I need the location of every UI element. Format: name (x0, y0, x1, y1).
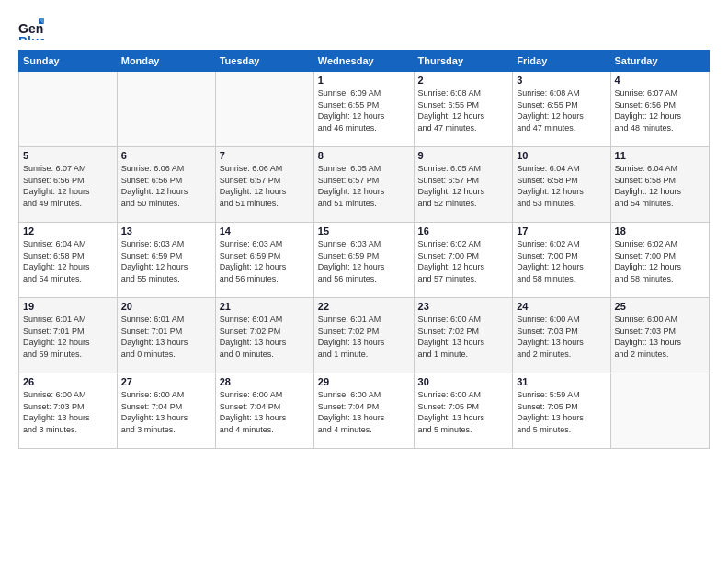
day-number: 5 (23, 150, 113, 161)
page-header: General Blue (18, 15, 710, 40)
calendar-cell: 17Sunrise: 6:02 AM Sunset: 7:00 PM Dayli… (513, 223, 610, 298)
day-number: 25 (615, 301, 705, 312)
day-number: 3 (517, 75, 606, 86)
svg-text:Blue: Blue (18, 34, 44, 40)
calendar-cell: 18Sunrise: 6:02 AM Sunset: 7:00 PM Dayli… (610, 223, 709, 298)
day-info: Sunrise: 6:02 AM Sunset: 7:00 PM Dayligh… (615, 238, 705, 284)
day-number: 19 (23, 301, 113, 312)
calendar-cell: 13Sunrise: 6:03 AM Sunset: 6:59 PM Dayli… (117, 223, 215, 298)
calendar-cell: 29Sunrise: 6:00 AM Sunset: 7:04 PM Dayli… (313, 373, 414, 449)
calendar-cell: 26Sunrise: 6:00 AM Sunset: 7:03 PM Dayli… (19, 373, 118, 449)
calendar-cell: 28Sunrise: 6:00 AM Sunset: 7:04 PM Dayli… (215, 373, 313, 449)
day-info: Sunrise: 6:08 AM Sunset: 6:55 PM Dayligh… (517, 87, 606, 133)
day-number: 24 (517, 301, 606, 312)
day-number: 13 (121, 225, 211, 236)
day-info: Sunrise: 6:03 AM Sunset: 6:59 PM Dayligh… (121, 238, 211, 284)
day-number: 6 (121, 150, 211, 161)
day-number: 11 (615, 150, 705, 161)
day-info: Sunrise: 6:08 AM Sunset: 6:55 PM Dayligh… (418, 87, 509, 133)
calendar-cell: 7Sunrise: 6:06 AM Sunset: 6:57 PM Daylig… (215, 147, 313, 223)
day-number: 21 (220, 301, 310, 312)
calendar-cell (117, 72, 215, 147)
calendar-cell: 22Sunrise: 6:01 AM Sunset: 7:02 PM Dayli… (313, 298, 414, 373)
day-info: Sunrise: 6:04 AM Sunset: 6:58 PM Dayligh… (615, 163, 705, 209)
day-number: 15 (318, 225, 410, 236)
day-number: 26 (23, 376, 113, 387)
day-number: 12 (23, 225, 113, 236)
day-info: Sunrise: 6:01 AM Sunset: 7:01 PM Dayligh… (23, 314, 113, 360)
day-number: 2 (418, 75, 509, 86)
calendar-week-row: 26Sunrise: 6:00 AM Sunset: 7:03 PM Dayli… (19, 373, 710, 449)
day-info: Sunrise: 6:00 AM Sunset: 7:02 PM Dayligh… (418, 314, 509, 360)
day-number: 14 (220, 225, 310, 236)
calendar-cell: 25Sunrise: 6:00 AM Sunset: 7:03 PM Dayli… (610, 298, 709, 373)
calendar-cell (610, 373, 709, 449)
calendar-week-row: 1Sunrise: 6:09 AM Sunset: 6:55 PM Daylig… (19, 72, 710, 147)
calendar-cell: 9Sunrise: 6:05 AM Sunset: 6:57 PM Daylig… (414, 147, 513, 223)
weekday-header: Saturday (610, 51, 709, 72)
calendar-cell: 15Sunrise: 6:03 AM Sunset: 6:59 PM Dayli… (313, 223, 414, 298)
day-info: Sunrise: 6:03 AM Sunset: 6:59 PM Dayligh… (220, 238, 310, 284)
day-info: Sunrise: 6:00 AM Sunset: 7:03 PM Dayligh… (23, 389, 113, 435)
calendar-cell: 20Sunrise: 6:01 AM Sunset: 7:01 PM Dayli… (117, 298, 215, 373)
calendar-cell: 5Sunrise: 6:07 AM Sunset: 6:56 PM Daylig… (19, 147, 118, 223)
day-number: 31 (517, 376, 606, 387)
day-number: 23 (418, 301, 509, 312)
calendar-cell (215, 72, 313, 147)
calendar-cell: 24Sunrise: 6:00 AM Sunset: 7:03 PM Dayli… (513, 298, 610, 373)
day-info: Sunrise: 6:01 AM Sunset: 7:02 PM Dayligh… (220, 314, 310, 360)
calendar-cell: 10Sunrise: 6:04 AM Sunset: 6:58 PM Dayli… (513, 147, 610, 223)
day-info: Sunrise: 6:00 AM Sunset: 7:05 PM Dayligh… (418, 389, 509, 435)
weekday-header: Tuesday (215, 51, 313, 72)
calendar-week-row: 12Sunrise: 6:04 AM Sunset: 6:58 PM Dayli… (19, 223, 710, 298)
day-number: 16 (418, 225, 509, 236)
day-info: Sunrise: 6:06 AM Sunset: 6:57 PM Dayligh… (220, 163, 310, 209)
calendar-cell: 12Sunrise: 6:04 AM Sunset: 6:58 PM Dayli… (19, 223, 118, 298)
calendar-cell: 3Sunrise: 6:08 AM Sunset: 6:55 PM Daylig… (513, 72, 610, 147)
calendar-cell: 2Sunrise: 6:08 AM Sunset: 6:55 PM Daylig… (414, 72, 513, 147)
day-info: Sunrise: 6:03 AM Sunset: 6:59 PM Dayligh… (318, 238, 410, 284)
calendar-cell: 1Sunrise: 6:09 AM Sunset: 6:55 PM Daylig… (313, 72, 414, 147)
day-info: Sunrise: 6:05 AM Sunset: 6:57 PM Dayligh… (418, 163, 509, 209)
calendar-cell: 16Sunrise: 6:02 AM Sunset: 7:00 PM Dayli… (414, 223, 513, 298)
logo: General Blue (18, 15, 48, 40)
day-number: 10 (517, 150, 606, 161)
day-info: Sunrise: 6:00 AM Sunset: 7:04 PM Dayligh… (121, 389, 211, 435)
day-info: Sunrise: 6:02 AM Sunset: 7:00 PM Dayligh… (418, 238, 509, 284)
day-number: 8 (318, 150, 410, 161)
calendar-cell: 8Sunrise: 6:05 AM Sunset: 6:57 PM Daylig… (313, 147, 414, 223)
day-number: 29 (318, 376, 410, 387)
weekday-header: Thursday (414, 51, 513, 72)
day-number: 1 (318, 75, 410, 86)
calendar-week-row: 19Sunrise: 6:01 AM Sunset: 7:01 PM Dayli… (19, 298, 710, 373)
calendar-table: SundayMondayTuesdayWednesdayThursdayFrid… (18, 50, 710, 449)
day-number: 30 (418, 376, 509, 387)
day-number: 27 (121, 376, 211, 387)
calendar-cell: 23Sunrise: 6:00 AM Sunset: 7:02 PM Dayli… (414, 298, 513, 373)
day-info: Sunrise: 6:00 AM Sunset: 7:03 PM Dayligh… (517, 314, 606, 360)
day-info: Sunrise: 5:59 AM Sunset: 7:05 PM Dayligh… (517, 389, 606, 435)
weekday-header: Friday (513, 51, 610, 72)
day-info: Sunrise: 6:06 AM Sunset: 6:56 PM Dayligh… (121, 163, 211, 209)
day-info: Sunrise: 6:01 AM Sunset: 7:02 PM Dayligh… (318, 314, 410, 360)
day-info: Sunrise: 6:00 AM Sunset: 7:03 PM Dayligh… (615, 314, 705, 360)
calendar-cell: 27Sunrise: 6:00 AM Sunset: 7:04 PM Dayli… (117, 373, 215, 449)
day-info: Sunrise: 6:01 AM Sunset: 7:01 PM Dayligh… (121, 314, 211, 360)
day-info: Sunrise: 6:09 AM Sunset: 6:55 PM Dayligh… (318, 87, 410, 133)
day-info: Sunrise: 6:00 AM Sunset: 7:04 PM Dayligh… (318, 389, 410, 435)
day-info: Sunrise: 6:05 AM Sunset: 6:57 PM Dayligh… (318, 163, 410, 209)
calendar-cell: 31Sunrise: 5:59 AM Sunset: 7:05 PM Dayli… (513, 373, 610, 449)
calendar-cell (19, 72, 118, 147)
calendar-header-row: SundayMondayTuesdayWednesdayThursdayFrid… (19, 51, 710, 72)
calendar-cell: 11Sunrise: 6:04 AM Sunset: 6:58 PM Dayli… (610, 147, 709, 223)
day-number: 22 (318, 301, 410, 312)
day-number: 7 (220, 150, 310, 161)
day-info: Sunrise: 6:04 AM Sunset: 6:58 PM Dayligh… (23, 238, 113, 284)
day-number: 17 (517, 225, 606, 236)
day-info: Sunrise: 6:00 AM Sunset: 7:04 PM Dayligh… (220, 389, 310, 435)
calendar-cell: 4Sunrise: 6:07 AM Sunset: 6:56 PM Daylig… (610, 72, 709, 147)
day-number: 20 (121, 301, 211, 312)
logo-icon: General Blue (18, 15, 44, 40)
day-number: 4 (615, 75, 705, 86)
calendar-week-row: 5Sunrise: 6:07 AM Sunset: 6:56 PM Daylig… (19, 147, 710, 223)
